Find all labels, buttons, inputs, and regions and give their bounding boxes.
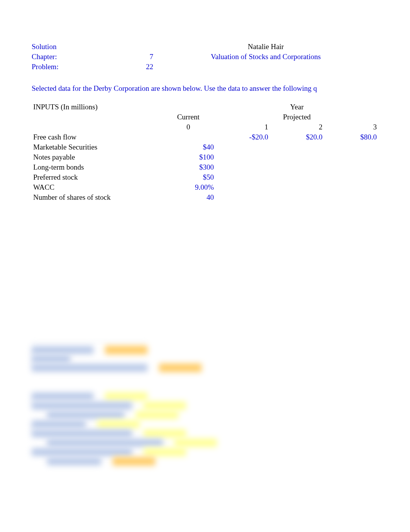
solution-label: Solution [32,42,126,51]
col-current: Current [161,112,215,122]
col-y1: 1 [215,122,270,132]
row-marketable-securities: Marketable Securities $40 [32,142,378,152]
shares-year0: 40 [161,192,215,202]
wacc-year0: 9.00% [161,182,215,192]
problem-number: 22 [126,63,153,71]
header-row-problem: Problem: 22 [32,63,378,71]
chapter-label: Chapter: [32,53,126,61]
blurred-row [32,364,378,372]
inputs-table: INPUTS (In millions) Year Current Projec… [32,102,378,202]
ps-year0: $50 [161,172,215,182]
blurred-row [32,429,378,438]
col-y3: 3 [324,122,378,132]
table-header-row-1: INPUTS (In millions) Year [32,102,378,112]
row-preferred-stock: Preferred stock $50 [32,172,378,182]
fcf-year1: -$20.0 [215,132,270,142]
fcf-year2: $20.0 [270,132,324,142]
blurred-row [32,420,378,428]
problem-label: Problem: [32,63,126,71]
row-shares: Number of shares of stock 40 [32,192,378,202]
ltb-label: Long-term bonds [32,162,161,172]
chapter-number: 7 [126,53,153,61]
blurred-row [32,346,378,354]
ltb-year0: $300 [161,162,215,172]
blurred-row [32,392,378,401]
wacc-label: WACC [32,182,161,192]
table-header-row-2: Current Projected [32,112,378,122]
row-fcf: Free cash flow -$20.0 $20.0 $80.0 [32,132,378,142]
row-long-term-bonds: Long-term bonds $300 [32,162,378,172]
fcf-label: Free cash flow [32,132,161,142]
header-row-chapter: Chapter: 7 Valuation of Stocks and Corpo… [32,53,378,61]
ps-label: Preferred stock [32,172,161,182]
ms-label: Marketable Securities [32,142,161,152]
problem-prompt: Selected data for the Derby Corporation … [32,84,378,93]
col-y2: 2 [270,122,324,132]
header-row-solution: Solution Natalie Hair [32,42,378,51]
student-name: Natalie Hair [153,42,378,51]
blurred-row [32,448,378,456]
inputs-title: INPUTS (In millions) [32,102,161,112]
row-notes-payable: Notes payable $100 [32,152,378,162]
col-y0: 0 [161,122,215,132]
np-year0: $100 [161,152,215,162]
blurred-row [32,401,378,410]
col-projected: Projected [270,112,324,122]
chapter-title: Valuation of Stocks and Corporations [153,53,378,61]
year-label: Year [270,102,324,112]
np-label: Notes payable [32,152,161,162]
blurred-row [47,411,378,419]
row-wacc: WACC 9.00% [32,182,378,192]
fcf-year3: $80.0 [324,132,378,142]
blurred-row [32,355,378,363]
blurred-content-region [32,342,378,466]
blurred-row [47,457,378,466]
blurred-row [47,439,378,447]
ms-year0: $40 [161,142,215,152]
table-header-row-3: 0 1 2 3 [32,122,378,132]
shares-label: Number of shares of stock [32,192,161,202]
